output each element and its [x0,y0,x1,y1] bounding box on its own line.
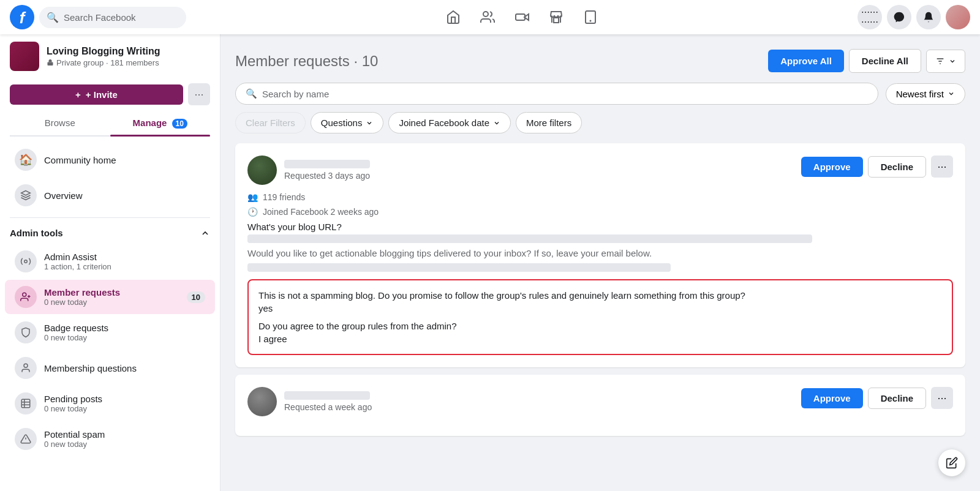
main-content: Member requests · 10 Approve All Decline… [221,34,980,491]
questions-filter-button[interactable]: Questions [311,112,384,133]
sidebar-item-overview[interactable]: Overview [5,178,215,212]
filter-icon-button[interactable] [926,50,965,73]
tab-manage[interactable]: Manage 10 [110,110,211,135]
header-actions: Approve All Decline All [768,49,965,73]
home-nav-button[interactable] [439,2,468,32]
topnav-right: ⋯⋯⋯⋯ [858,5,970,29]
logo-letter: f [20,10,25,26]
tablet-nav-button[interactable] [576,2,605,32]
user-avatar-1 [247,156,277,185]
admin-tools-header[interactable]: Admin tools [0,223,220,243]
apps-menu-button[interactable]: ⋯⋯⋯⋯ [858,5,882,29]
people-nav-button[interactable] [473,2,502,32]
clear-filters-button[interactable]: Clear Filters [235,112,306,133]
store-nav-button[interactable] [541,2,571,32]
svg-point-9 [23,293,26,296]
svg-rect-13 [21,399,30,408]
card-header-2: Requested a week ago Approve Decline ··· [247,387,953,416]
svg-point-0 [483,12,488,17]
card-user: Requested 3 days ago [247,156,370,185]
email-question-text: Would you like to get actionable bloggin… [247,248,953,258]
svg-point-8 [24,260,28,263]
manage-badge: 10 [172,119,187,129]
group-avatar [10,42,39,71]
sidebar-item-potential-spam[interactable]: Potential spam 0 new today [5,422,215,456]
request-card: Requested 3 days ago Approve Decline ···… [235,143,965,367]
user-name-blur-2 [284,391,370,400]
notifications-button[interactable] [916,5,941,29]
blog-question: What's your blog URL? [247,222,953,232]
request-time-2: Requested a week ago [284,402,372,412]
layers-icon [15,184,37,206]
tab-browse[interactable]: Browse [10,110,110,135]
search-filter-row: 🔍 Newest first [235,83,965,105]
decline-button-2[interactable]: Decline [868,388,926,409]
more-filters-button[interactable]: More filters [516,112,582,133]
sidebar-item-member-requests[interactable]: Member requests 0 new today 10 [5,280,215,314]
page-layout: Loving Blogging Writing Private group · … [0,34,980,491]
question-1: This is not a spamming blog. Do you prom… [258,290,942,301]
joined-detail: 🕐 Joined Facebook 2 weeks ago [247,207,953,217]
questions-box: This is not a spamming blog. Do you prom… [247,279,953,355]
search-bar[interactable]: 🔍 [39,7,186,28]
card-header: Requested 3 days ago Approve Decline ··· [247,156,953,185]
sidebar-item-community-home[interactable]: 🏠 Community home [5,143,215,177]
search-input[interactable] [64,12,179,23]
search-icon: 🔍 [47,12,59,23]
invite-row: + + Invite ··· [0,78,220,110]
card-actions: Approve Decline ··· [801,156,953,178]
search-name-icon: 🔍 [246,88,257,99]
email-answer-blur [247,263,671,272]
home-icon: 🏠 [15,149,37,171]
search-name-input[interactable] [262,89,868,99]
blog-answer-blur [247,234,812,243]
more-options-button-1[interactable]: ··· [931,156,953,178]
decline-all-button[interactable]: Decline All [849,49,921,73]
sidebar-nav: 🏠 Community home Overview Admin tools [0,137,220,462]
requests-count: 10 [362,53,379,69]
clock-icon: 🕐 [247,207,258,217]
messenger-button[interactable] [887,5,911,29]
member-requests-badge: 10 [187,291,205,303]
more-options-button[interactable]: ··· [188,83,210,105]
requests-title: Member requests · 10 [235,53,378,70]
group-info: Loving Blogging Writing Private group · … [47,46,160,67]
group-name: Loving Blogging Writing [47,46,160,57]
sidebar-item-admin-assist[interactable]: Admin Assist 1 action, 1 criterion [5,244,215,279]
user-name-blur [284,160,370,168]
requests-count-sep: · [353,53,361,69]
filter-row: Clear Filters Questions Joined Facebook … [235,112,965,133]
svg-rect-3 [554,18,559,23]
approve-button-2[interactable]: Approve [801,388,863,408]
sidebar-item-membership-questions[interactable]: Membership questions [5,351,215,385]
compose-button[interactable] [938,449,965,476]
svg-point-12 [24,364,28,367]
pending-posts-icon [15,392,37,414]
potential-spam-icon [15,428,37,450]
svg-rect-6 [48,62,53,66]
video-nav-button[interactable] [507,2,537,32]
approve-button-1[interactable]: Approve [801,157,863,177]
sidebar-item-badge-requests[interactable]: Badge requests 0 new today [5,315,215,350]
card-actions-2: Approve Decline ··· [801,387,953,409]
card-user-2: Requested a week ago [247,387,372,416]
member-requests-icon [15,286,37,308]
sidebar: Loving Blogging Writing Private group · … [0,34,221,491]
search-box[interactable]: 🔍 [235,83,878,105]
sidebar-item-pending-posts[interactable]: Pending posts 0 new today [5,386,215,421]
decline-button-1[interactable]: Decline [868,156,926,178]
more-options-button-2[interactable]: ··· [931,387,953,409]
group-meta: Private group · 181 members [47,58,160,67]
user-avatar[interactable] [946,5,970,29]
topnav-center [191,2,853,32]
approve-all-button[interactable]: Approve All [768,50,844,72]
sort-button[interactable]: Newest first [886,83,965,105]
topnav: f 🔍 ⋯⋯⋯⋯ [0,0,980,34]
group-header: Loving Blogging Writing Private group · … [0,34,220,78]
facebook-logo[interactable]: f [10,5,34,29]
invite-button[interactable]: + + Invite [10,84,183,105]
joined-date-filter-button[interactable]: Joined Facebook date [388,112,511,133]
friends-icon: 👥 [247,192,258,202]
request-time: Requested 3 days ago [284,171,370,181]
request-card-2: Requested a week ago Approve Decline ··· [235,375,965,436]
